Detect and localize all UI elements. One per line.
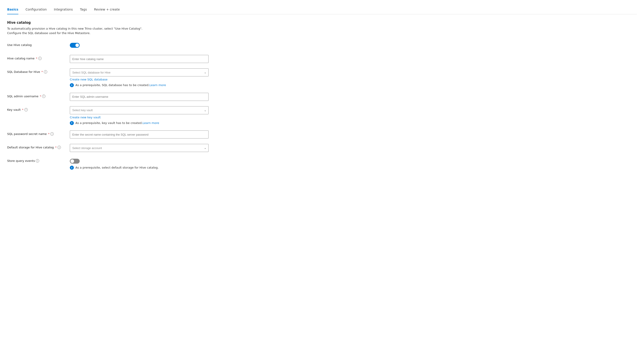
- hive-catalog-name-control: [70, 55, 208, 63]
- tab-integrations[interactable]: Integrations: [54, 5, 73, 14]
- hive-catalog-name-row: Hive catalog name * i: [7, 55, 637, 63]
- sql-admin-username-label: SQL admin username * i: [7, 93, 70, 98]
- required-star: *: [22, 108, 24, 111]
- tab-tags[interactable]: Tags: [80, 5, 87, 14]
- sql-database-select[interactable]: Select SQL database for Hive: [70, 68, 208, 76]
- sql-password-secret-info-icon[interactable]: i: [50, 132, 54, 136]
- hive-catalog-name-info-icon[interactable]: i: [38, 57, 42, 60]
- sql-database-info-icon[interactable]: i: [44, 70, 47, 74]
- store-query-events-info-icon[interactable]: i: [36, 159, 39, 162]
- section-title: Hive catalog: [7, 21, 637, 25]
- create-sql-database-link[interactable]: Create new SQL database: [70, 78, 208, 81]
- default-storage-control: Select storage account ⌄: [70, 144, 208, 152]
- sql-password-secret-row: SQL password secret name * i: [7, 130, 637, 138]
- default-storage-label: Default storage for Hive catalog * i: [7, 144, 70, 149]
- use-hive-catalog-label: Use Hive catalog: [7, 42, 70, 47]
- sql-database-info-circle-icon: i: [70, 83, 74, 87]
- required-star: *: [42, 70, 43, 74]
- key-vault-info-message: i As a prerequisite, key vault has to be…: [70, 121, 208, 125]
- key-vault-info-circle-icon: i: [70, 121, 74, 125]
- create-key-vault-link[interactable]: Create new key vault: [70, 116, 208, 119]
- store-query-events-info-circle-icon: i: [70, 166, 74, 170]
- required-star: *: [55, 146, 56, 149]
- store-query-events-toggle[interactable]: [70, 159, 80, 164]
- default-storage-select[interactable]: Select storage account: [70, 144, 208, 152]
- key-vault-label: Key vault * i: [7, 106, 70, 111]
- default-storage-info-icon[interactable]: i: [58, 146, 61, 149]
- store-query-events-label: Store query events i: [7, 157, 70, 162]
- required-star: *: [48, 132, 50, 136]
- key-vault-control: Select key vault ⌄ Create new key vault …: [70, 106, 208, 125]
- tab-bar: Basics Configuration Integrations Tags R…: [7, 5, 637, 14]
- sql-database-label: SQL Database for Hive * i: [7, 68, 70, 74]
- store-query-events-info-message: i As a prerequisite, select default stor…: [70, 165, 208, 170]
- use-hive-catalog-control: [70, 42, 208, 48]
- required-star: *: [36, 57, 37, 60]
- tab-review-create[interactable]: Review + create: [94, 5, 120, 14]
- sql-database-info-message: i As a prerequisite, SQL database has to…: [70, 83, 208, 87]
- key-vault-learn-more-link[interactable]: Learn more: [142, 121, 159, 125]
- sql-admin-username-row: SQL admin username * i: [7, 93, 637, 101]
- store-query-events-row: Store query events i i As a prerequisite…: [7, 157, 637, 170]
- sql-password-secret-label: SQL password secret name * i: [7, 130, 70, 136]
- sql-database-control: Select SQL database for Hive ⌄ Create ne…: [70, 68, 208, 87]
- sql-admin-username-info-icon[interactable]: i: [42, 95, 46, 98]
- key-vault-select-wrapper: Select key vault ⌄: [70, 106, 208, 114]
- hive-catalog-name-label: Hive catalog name * i: [7, 55, 70, 60]
- sql-database-select-wrapper: Select SQL database for Hive ⌄: [70, 68, 208, 76]
- sql-database-row: SQL Database for Hive * i Select SQL dat…: [7, 68, 637, 87]
- key-vault-select[interactable]: Select key vault: [70, 106, 208, 114]
- sql-password-secret-input[interactable]: [70, 130, 208, 138]
- key-vault-row: Key vault * i Select key vault ⌄ Create …: [7, 106, 637, 125]
- key-vault-info-icon[interactable]: i: [24, 108, 28, 111]
- section-description: To automatically provision a Hive catalo…: [7, 27, 146, 35]
- store-query-events-control: i As a prerequisite, select default stor…: [70, 157, 208, 170]
- tab-configuration[interactable]: Configuration: [26, 5, 47, 14]
- use-hive-catalog-toggle[interactable]: [70, 43, 80, 48]
- required-star: *: [40, 95, 42, 98]
- use-hive-catalog-row: Use Hive catalog: [7, 42, 637, 50]
- tab-basics[interactable]: Basics: [7, 5, 18, 14]
- hive-catalog-name-input[interactable]: [70, 55, 208, 63]
- sql-database-learn-more-link[interactable]: Learn more: [150, 83, 166, 87]
- sql-password-secret-control: [70, 130, 208, 138]
- sql-admin-username-input[interactable]: [70, 93, 208, 101]
- sql-admin-username-control: [70, 93, 208, 101]
- default-storage-row: Default storage for Hive catalog * i Sel…: [7, 144, 637, 152]
- default-storage-select-wrapper: Select storage account ⌄: [70, 144, 208, 152]
